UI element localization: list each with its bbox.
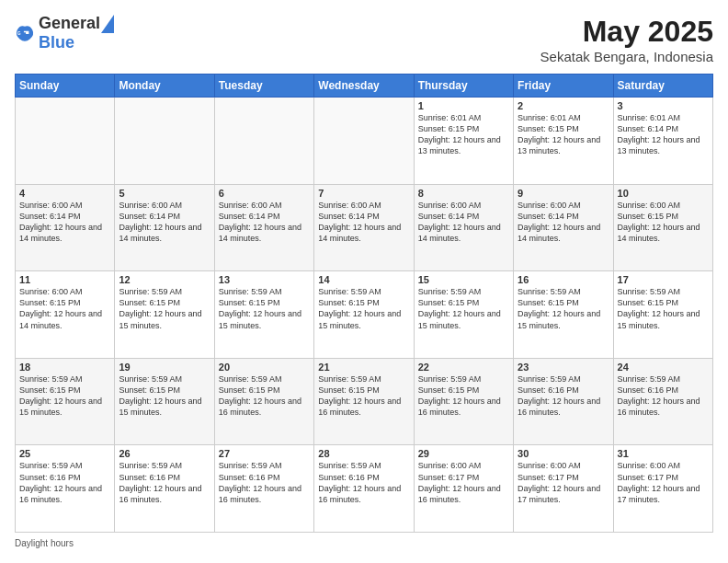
day-number: 13 [219, 274, 310, 285]
logo-triangle-icon [101, 15, 114, 33]
calendar-cell: 12Sunrise: 5:59 AM Sunset: 6:15 PM Dayli… [115, 271, 214, 359]
svg-text:G: G [17, 31, 21, 36]
day-info: Sunrise: 5:59 AM Sunset: 6:16 PM Dayligh… [518, 373, 609, 419]
calendar-cell: 16Sunrise: 5:59 AM Sunset: 6:15 PM Dayli… [514, 271, 613, 359]
day-info: Sunrise: 5:59 AM Sunset: 6:16 PM Dayligh… [618, 373, 709, 419]
calendar-cell: 1Sunrise: 6:01 AM Sunset: 6:15 PM Daylig… [414, 98, 513, 185]
day-number: 2 [518, 100, 609, 111]
calendar-header-monday: Monday [115, 75, 214, 98]
calendar-cell: 25Sunrise: 5:59 AM Sunset: 6:16 PM Dayli… [16, 445, 115, 533]
calendar-cell: 5Sunrise: 6:00 AM Sunset: 6:14 PM Daylig… [115, 184, 214, 271]
calendar-week-row-2: 4Sunrise: 6:00 AM Sunset: 6:14 PM Daylig… [16, 184, 713, 271]
day-number: 12 [119, 274, 210, 285]
calendar-cell: 6Sunrise: 6:00 AM Sunset: 6:14 PM Daylig… [214, 184, 313, 271]
calendar-cell: 4Sunrise: 6:00 AM Sunset: 6:14 PM Daylig… [16, 184, 115, 271]
day-number: 10 [618, 188, 709, 199]
day-info: Sunrise: 5:59 AM Sunset: 6:15 PM Dayligh… [19, 373, 110, 419]
calendar-header-friday: Friday [514, 75, 613, 98]
logo: G General Blue [15, 15, 115, 52]
day-number: 21 [318, 362, 409, 373]
day-info: Sunrise: 6:00 AM Sunset: 6:14 PM Dayligh… [119, 200, 210, 245]
day-info: Sunrise: 5:59 AM Sunset: 6:16 PM Dayligh… [318, 460, 409, 505]
calendar-cell: 24Sunrise: 5:59 AM Sunset: 6:16 PM Dayli… [613, 358, 712, 445]
day-info: Sunrise: 6:00 AM Sunset: 6:15 PM Dayligh… [19, 286, 110, 331]
day-info: Sunrise: 5:59 AM Sunset: 6:15 PM Dayligh… [219, 286, 310, 331]
calendar-cell: 17Sunrise: 5:59 AM Sunset: 6:15 PM Dayli… [613, 271, 712, 359]
day-number: 23 [518, 362, 609, 373]
location-subtitle: Sekatak Bengara, Indonesia [540, 49, 713, 64]
calendar-week-row-3: 11Sunrise: 6:00 AM Sunset: 6:15 PM Dayli… [16, 271, 713, 359]
day-number: 31 [618, 448, 709, 459]
calendar-cell [214, 98, 313, 185]
calendar-cell: 22Sunrise: 5:59 AM Sunset: 6:15 PM Dayli… [414, 358, 513, 445]
day-info: Sunrise: 6:00 AM Sunset: 6:17 PM Dayligh… [618, 460, 709, 505]
day-number: 17 [618, 274, 709, 285]
calendar-header-sunday: Sunday [16, 75, 115, 98]
calendar-header-tuesday: Tuesday [214, 75, 313, 98]
calendar-cell: 30Sunrise: 6:00 AM Sunset: 6:17 PM Dayli… [514, 445, 613, 533]
calendar-cell: 13Sunrise: 5:59 AM Sunset: 6:15 PM Dayli… [214, 271, 313, 359]
day-number: 3 [618, 100, 709, 111]
footer: Daylight hours [15, 538, 713, 548]
calendar-cell: 18Sunrise: 5:59 AM Sunset: 6:15 PM Dayli… [16, 358, 115, 445]
day-number: 18 [19, 362, 110, 373]
calendar-cell: 11Sunrise: 6:00 AM Sunset: 6:15 PM Dayli… [16, 271, 115, 359]
calendar-cell: 28Sunrise: 5:59 AM Sunset: 6:16 PM Dayli… [314, 445, 414, 533]
calendar-cell: 9Sunrise: 6:00 AM Sunset: 6:14 PM Daylig… [514, 184, 613, 271]
calendar-header-wednesday: Wednesday [314, 75, 414, 98]
calendar-cell: 14Sunrise: 5:59 AM Sunset: 6:15 PM Dayli… [314, 271, 414, 359]
header: G General Blue May 2025 Sekatak Bengara,… [15, 15, 713, 64]
calendar-cell: 29Sunrise: 6:00 AM Sunset: 6:17 PM Dayli… [414, 445, 513, 533]
calendar-cell: 2Sunrise: 6:01 AM Sunset: 6:15 PM Daylig… [514, 98, 613, 185]
daylight-label: Daylight hours [15, 538, 74, 548]
day-info: Sunrise: 6:00 AM Sunset: 6:14 PM Dayligh… [19, 200, 110, 245]
day-number: 11 [19, 274, 110, 285]
title-block: May 2025 Sekatak Bengara, Indonesia [540, 15, 713, 64]
calendar-cell: 7Sunrise: 6:00 AM Sunset: 6:14 PM Daylig… [314, 184, 414, 271]
day-number: 14 [318, 274, 409, 285]
day-info: Sunrise: 5:59 AM Sunset: 6:15 PM Dayligh… [518, 286, 609, 331]
calendar-cell: 19Sunrise: 5:59 AM Sunset: 6:15 PM Dayli… [115, 358, 214, 445]
logo-general-text: General [39, 15, 100, 33]
calendar-cell: 26Sunrise: 5:59 AM Sunset: 6:16 PM Dayli… [115, 445, 214, 533]
day-info: Sunrise: 5:59 AM Sunset: 6:16 PM Dayligh… [19, 460, 110, 505]
calendar-cell [16, 98, 115, 185]
day-info: Sunrise: 5:59 AM Sunset: 6:15 PM Dayligh… [119, 373, 210, 419]
calendar-cell: 3Sunrise: 6:01 AM Sunset: 6:14 PM Daylig… [613, 98, 712, 185]
calendar-cell: 31Sunrise: 6:00 AM Sunset: 6:17 PM Dayli… [613, 445, 712, 533]
day-info: Sunrise: 6:01 AM Sunset: 6:15 PM Dayligh… [518, 112, 609, 157]
day-number: 27 [219, 448, 310, 459]
day-number: 19 [119, 362, 210, 373]
calendar-header-row: SundayMondayTuesdayWednesdayThursdayFrid… [16, 75, 713, 98]
day-number: 16 [518, 274, 609, 285]
calendar-cell: 21Sunrise: 5:59 AM Sunset: 6:15 PM Dayli… [314, 358, 414, 445]
day-info: Sunrise: 6:01 AM Sunset: 6:15 PM Dayligh… [418, 112, 509, 157]
day-number: 28 [318, 448, 409, 459]
calendar-week-row-5: 25Sunrise: 5:59 AM Sunset: 6:16 PM Dayli… [16, 445, 713, 533]
calendar-week-row-1: 1Sunrise: 6:01 AM Sunset: 6:15 PM Daylig… [16, 98, 713, 185]
day-number: 29 [418, 448, 509, 459]
day-number: 9 [518, 188, 609, 199]
day-info: Sunrise: 6:00 AM Sunset: 6:14 PM Dayligh… [418, 200, 509, 245]
calendar-cell: 27Sunrise: 5:59 AM Sunset: 6:16 PM Dayli… [214, 445, 313, 533]
day-info: Sunrise: 6:00 AM Sunset: 6:14 PM Dayligh… [518, 200, 609, 245]
day-number: 4 [19, 188, 110, 199]
svg-marker-1 [101, 15, 114, 33]
day-number: 30 [518, 448, 609, 459]
day-number: 20 [219, 362, 310, 373]
day-info: Sunrise: 6:00 AM Sunset: 6:17 PM Dayligh… [418, 460, 509, 505]
day-info: Sunrise: 6:00 AM Sunset: 6:17 PM Dayligh… [518, 460, 609, 505]
calendar-table: SundayMondayTuesdayWednesdayThursdayFrid… [15, 74, 713, 533]
day-info: Sunrise: 6:00 AM Sunset: 6:14 PM Dayligh… [318, 200, 409, 245]
day-number: 26 [119, 448, 210, 459]
calendar-cell: 15Sunrise: 5:59 AM Sunset: 6:15 PM Dayli… [414, 271, 513, 359]
day-number: 7 [318, 188, 409, 199]
calendar-cell [115, 98, 214, 185]
day-info: Sunrise: 5:59 AM Sunset: 6:15 PM Dayligh… [418, 373, 509, 419]
logo-blue-text: Blue [39, 33, 74, 52]
day-info: Sunrise: 5:59 AM Sunset: 6:15 PM Dayligh… [318, 286, 409, 331]
day-info: Sunrise: 5:59 AM Sunset: 6:16 PM Dayligh… [219, 460, 310, 505]
calendar-cell: 20Sunrise: 5:59 AM Sunset: 6:15 PM Dayli… [214, 358, 313, 445]
day-info: Sunrise: 5:59 AM Sunset: 6:15 PM Dayligh… [418, 286, 509, 331]
day-number: 24 [618, 362, 709, 373]
